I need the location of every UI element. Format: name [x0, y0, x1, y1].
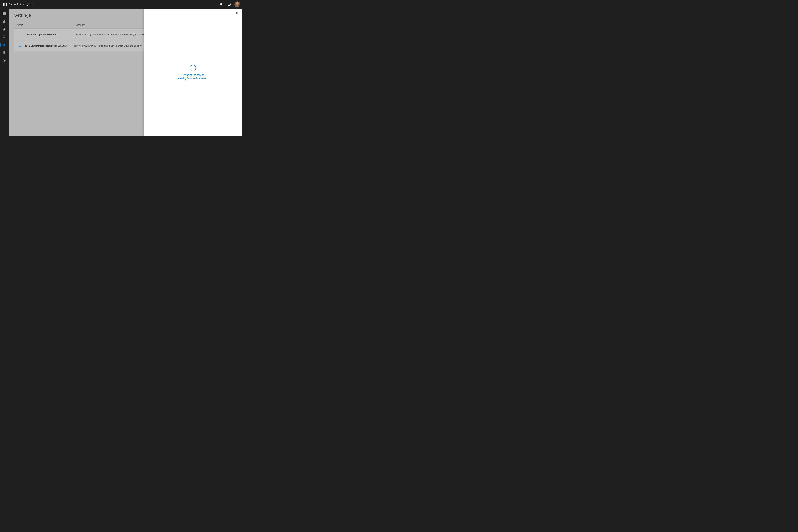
col-header-name: Name ↓ [17, 24, 74, 26]
svg-rect-1 [5, 3, 5, 3]
sort-icon[interactable]: ↓ [24, 24, 25, 26]
avatar[interactable] [234, 1, 240, 7]
notification-icon[interactable] [219, 2, 224, 7]
sidebar-item-home[interactable] [1, 18, 8, 25]
svg-text:?: ? [4, 60, 5, 61]
close-button[interactable]: × [234, 11, 240, 16]
app-title: School Data Sync [9, 3, 219, 6]
svg-rect-17 [3, 36, 5, 36]
sidebar: ? [0, 8, 8, 136]
panel-content: Turning off the service,deleting flows a… [178, 8, 208, 136]
download-icon [17, 32, 23, 37]
svg-rect-18 [3, 37, 5, 37]
main-layout: ? Settings Name ↓ Description [0, 8, 242, 136]
svg-rect-13 [3, 12, 6, 13]
sidebar-item-support[interactable] [1, 49, 8, 56]
svg-rect-14 [3, 13, 6, 14]
svg-rect-3 [3, 4, 4, 5]
svg-point-12 [236, 2, 239, 5]
svg-point-16 [3, 28, 5, 29]
content-area: Settings Name ↓ Description Download cop… [8, 8, 242, 136]
power-icon [17, 43, 23, 49]
sidebar-item-data[interactable] [1, 33, 8, 40]
sidebar-item-users[interactable] [1, 25, 8, 33]
svg-rect-0 [3, 3, 4, 3]
row-name-download: Download copy of Lake data [25, 33, 74, 36]
col-name-label: Name [17, 24, 23, 26]
svg-rect-5 [6, 4, 6, 5]
svg-rect-15 [3, 14, 6, 15]
row-name-turnoff: Turn On/Off Microsoft School Data Sync [25, 44, 74, 47]
svg-rect-19 [3, 38, 5, 38]
spinner-text: Turning off the service,deleting flows a… [178, 73, 208, 80]
sidebar-item-menu[interactable] [1, 10, 8, 17]
help-icon[interactable]: ? [227, 2, 232, 7]
svg-rect-6 [3, 5, 4, 6]
svg-rect-4 [5, 4, 5, 5]
svg-rect-7 [5, 5, 5, 6]
waffle-icon[interactable] [2, 1, 8, 7]
loading-spinner [190, 65, 196, 71]
svg-rect-8 [6, 5, 6, 6]
topbar: School Data Sync ? [0, 0, 242, 8]
svg-text:?: ? [229, 3, 230, 5]
topbar-icons: ? [219, 1, 240, 7]
svg-rect-2 [6, 3, 6, 3]
avatar-status-dot [239, 5, 240, 7]
side-panel: × Turning off the service,deleting flows… [144, 8, 242, 136]
sidebar-item-settings[interactable] [1, 41, 8, 48]
sidebar-item-help[interactable]: ? [1, 57, 8, 64]
